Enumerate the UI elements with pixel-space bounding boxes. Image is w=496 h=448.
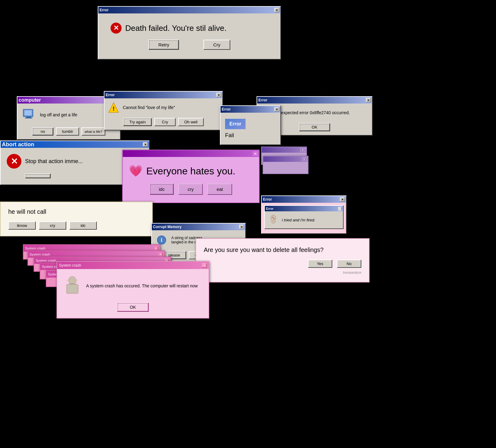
system-crash-main-close[interactable]: ✕ [202, 263, 207, 268]
he-will-not-call-buttons: iknow cry idc [8, 221, 144, 230]
svg-rect-1 [24, 110, 32, 115]
system-crash-main-title: System crash [59, 263, 81, 268]
error-love-titlebar: Error ✕ [104, 92, 222, 98]
cry-button2[interactable]: Cry [154, 118, 176, 126]
i-tried-message: i tried and i'm fired. [282, 218, 315, 222]
iknow-button[interactable]: iknow [8, 221, 36, 230]
corrupt-memory-titlebar: Corrupt Memory ✕ [152, 224, 245, 230]
i-tried-inner-titlebar: Error ✕ [265, 206, 343, 211]
eat-button[interactable]: eat [207, 184, 232, 195]
i-tried-inner-close[interactable]: ✕ [338, 207, 342, 210]
unexpected-message: Unexpected error 0x8ffe2740 occurred. [275, 110, 350, 115]
system-crash-ok-button[interactable]: OK [117, 303, 149, 312]
no-button[interactable]: No [337, 260, 361, 268]
computer-pc-icon [21, 107, 36, 122]
computer-message: log off and get a life [40, 112, 77, 117]
everyone-hates-close[interactable]: ✕ [253, 151, 258, 156]
try-again-button[interactable]: Try again [123, 118, 152, 126]
error-main-dialog: Error ✕ ✕ Death failed. You're stil aliv… [98, 6, 281, 60]
error-banner: Error [225, 119, 246, 129]
abort-title: Abort action [2, 141, 34, 148]
abort-error-icon: ✕ [7, 154, 21, 169]
retry-button[interactable]: Retry [148, 40, 179, 50]
unexpected-close[interactable]: ✕ [366, 98, 371, 102]
error-fail-dialog: Error ✕ Error Fail [220, 105, 281, 145]
everyone-hates-buttons: idc cry eat [129, 184, 253, 195]
computer-buttons: no tumblr what is life? [21, 127, 116, 136]
system-crash-stack6-close[interactable]: ✕ [154, 246, 158, 250]
delete-feelings-buttons: Yes No [204, 260, 361, 268]
corrupt-memory-close[interactable]: ✕ [239, 225, 244, 229]
cry-button3[interactable]: cry [178, 184, 203, 195]
computer-title: computer [19, 97, 41, 103]
svg-text:!: ! [113, 106, 115, 112]
error-fail-title: Error [222, 107, 231, 111]
system-crash-main-content: A system crash has occured. The computer… [63, 275, 202, 297]
error-fail-body: Error Fail [221, 113, 280, 145]
error-main-title: Error [100, 8, 108, 12]
system-crash-stack6-title: System crash [25, 246, 46, 250]
i-tried-content: i tried and i'm fired. [265, 211, 343, 228]
fail-text: Fail [225, 132, 276, 139]
abort-btn1[interactable] [25, 173, 51, 178]
system-crash-stack5-close[interactable]: ✕ [159, 253, 163, 256]
unexpected-title: Error [258, 98, 267, 102]
everyone-hates-dialog: ✕ 💗 Everyone hates you. idc cry eat [122, 150, 260, 203]
everyone-hates-message: Everyone hates you. [146, 166, 235, 177]
he-will-not-call-dialog: he will not call iknow cry idc [0, 202, 153, 236]
abort-message: Stop that action imme... [25, 158, 83, 165]
he-will-not-call-body: he will not call iknow cry idc [1, 202, 152, 236]
svg-rect-3 [25, 118, 32, 118]
delete-feelings-message: Are you sure you want to delete all feel… [204, 246, 361, 253]
small-purple-titlebar1: ✕ [262, 147, 306, 153]
abort-close[interactable]: ✕ [143, 142, 148, 147]
system-crash-stack4-title: System crash [36, 259, 56, 262]
oh-well-button[interactable]: Oh well [178, 118, 203, 126]
error-love-title: Error [106, 93, 115, 97]
everyone-hates-content: 💗 Everyone hates you. [129, 165, 253, 177]
error-love-body: ! Cannot find "love of my life" Try agai… [104, 98, 222, 130]
computer-no-button[interactable]: no [32, 127, 53, 136]
svg-rect-13 [67, 284, 78, 293]
small-purple-dialog2: ✕ [263, 156, 308, 174]
yes-button[interactable]: Yes [308, 260, 332, 268]
unexpected-titlebar: Error ✕ [257, 97, 372, 104]
delete-feelings-dialog: Are you sure you want to delete all feel… [195, 238, 370, 282]
i-tried-outer-close[interactable]: ✕ [340, 197, 345, 202]
system-crash-statue-icon [63, 275, 82, 297]
cry-button4[interactable]: cry [39, 221, 66, 230]
i-tried-body: Error ✕ i tried and i'm fired. [262, 203, 346, 233]
i-tried-outer-titlebar: Error ✕ [262, 196, 346, 203]
idc-button[interactable]: idc [150, 184, 174, 195]
small-purple-close1[interactable]: ✕ [300, 148, 305, 152]
error-fail-close[interactable]: ✕ [274, 107, 279, 111]
computer-life-button[interactable]: what is life? [82, 127, 105, 136]
svg-text:i: i [161, 237, 162, 243]
error-main-content: ✕ Death failed. You're stil alive. [111, 23, 268, 34]
everyone-hates-body: 💗 Everyone hates you. idc cry eat [123, 157, 259, 202]
error-love-content: ! Cannot find "love of my life" [108, 102, 219, 113]
small-purple-close2[interactable]: ✕ [302, 157, 307, 161]
i-tried-dialog: Error ✕ Error ✕ i tried and i'm fired. [261, 195, 347, 234]
cry-button[interactable]: Cry [203, 40, 230, 50]
i-tried-inner-dialog: Error ✕ i tried and i'm fired. [264, 205, 344, 229]
system-crash-main: System crash ✕ A system crash has occure… [57, 261, 209, 319]
error-main-buttons: Retry Cry [111, 40, 268, 50]
corrupt-memory-title: Corrupt Memory [153, 225, 181, 229]
error-love-buttons: Try again Cry Oh well [108, 118, 219, 126]
watermark-text: transparalyze [204, 271, 361, 274]
error-icon: ✕ [111, 23, 122, 34]
ok-button[interactable]: OK [299, 123, 330, 131]
idc-button2[interactable]: idc [69, 221, 97, 230]
svg-rect-2 [26, 117, 31, 118]
error-main-message: Death failed. You're stil alive. [125, 24, 227, 33]
system-crash-main-message: A system crash has occured. The computer… [86, 283, 198, 288]
computer-tumblr-button[interactable]: tumblr [56, 127, 79, 136]
i-tried-inner-title: Error [266, 207, 273, 210]
error-love-close[interactable]: ✕ [216, 93, 221, 97]
warning-icon: ! [108, 102, 119, 113]
system-crash-main-body: A system crash has occured. The computer… [57, 269, 209, 318]
error-main-close[interactable]: ✕ [274, 8, 279, 12]
he-will-not-call-message: he will not call [8, 208, 144, 215]
i-tried-outer-title: Error [263, 197, 272, 202]
